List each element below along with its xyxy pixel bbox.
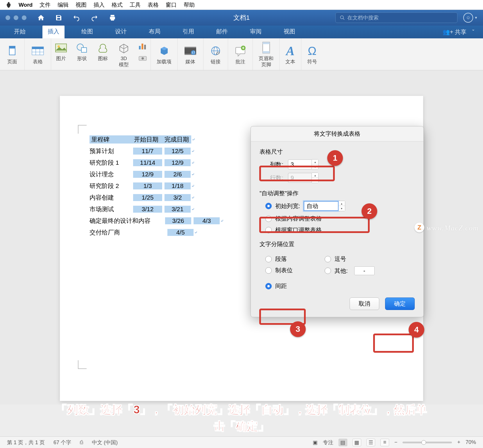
menu-window[interactable]: 窗口 [166,1,177,9]
status-focus-icon[interactable]: ▣ [313,439,318,446]
feedback-dropdown-icon[interactable]: ▼ [474,16,478,20]
menu-insert[interactable]: 插入 [94,1,105,9]
columns-stepper[interactable]: ▴▾ [288,159,319,170]
tab-layout[interactable]: 布局 [144,25,166,38]
cell: 研究阶段 2 [90,182,133,190]
ribbon-pictures[interactable]: 图片 [55,41,67,68]
status-proofing-icon[interactable]: ⎙ [80,439,83,445]
ribbon-page[interactable]: 页面 [0,38,25,70]
view-outline-icon[interactable]: ☰ [366,439,375,446]
apple-logo-icon[interactable] [6,2,12,8]
status-wordcount[interactable]: 67 个字 [53,439,71,446]
ribbon-header-footer[interactable]: 页眉和 页脚 [253,38,280,70]
tab-view[interactable]: 视图 [278,25,300,38]
tab-design[interactable]: 设计 [110,25,132,38]
print-icon[interactable] [109,14,116,21]
columns-input[interactable] [288,160,312,169]
tab-insert[interactable]: 插入 [42,25,65,38]
share-button[interactable]: 👥+ 共享 [443,28,466,36]
radio-paragraph[interactable] [265,256,272,262]
col-header-3: 完成日期 [162,135,191,144]
ribbon-symbol[interactable]: Ω 符号 [301,38,323,70]
redo-icon[interactable] [91,14,98,21]
initial-width-combo[interactable]: ▴▾ [304,201,345,211]
cell: 交付给厂商 [90,228,165,236]
radio-space[interactable] [265,283,272,289]
menu-table[interactable]: 表格 [148,1,159,9]
close-window-icon[interactable] [5,15,10,20]
zoom-value[interactable]: 70% [466,439,476,445]
tab-label: 制表位 [275,266,293,274]
ribbon-table[interactable]: 表格 [25,38,51,70]
cell: 1/25 [133,194,162,201]
ribbon-shapes[interactable]: 形状 [76,41,88,68]
ribbon-3dmodels[interactable]: 3D 模型 [117,41,130,68]
ribbon-icons[interactable]: 图标 [96,41,109,68]
para-mark-icon: ⤶ [192,137,195,142]
initial-width-input[interactable] [304,201,339,211]
save-icon[interactable] [55,14,62,21]
radio-comma[interactable] [325,256,331,262]
menu-edit[interactable]: 编辑 [58,1,69,9]
titlebar: 文档1 在文档中搜索 ☺ ▼ [0,10,483,26]
menu-view[interactable]: 视图 [76,1,87,9]
status-language[interactable]: 中文 (中国) [92,439,118,446]
search-input[interactable]: 在文档中搜索 [335,12,457,23]
search-icon [340,15,345,20]
zoom-in-icon[interactable]: + [457,439,460,445]
tab-mailings[interactable]: 邮件 [211,25,233,38]
separator-title: 文字分隔位置 [260,240,415,248]
tab-references[interactable]: 引用 [177,25,199,38]
other-input[interactable] [354,266,375,275]
view-web-layout-icon[interactable]: ▦ [353,439,361,446]
ribbon-links[interactable]: 链接 [203,38,228,70]
maximize-window-icon[interactable] [22,15,27,20]
minimize-window-icon[interactable] [13,15,19,20]
radio-tab[interactable] [265,267,272,274]
ribbon-addins[interactable]: 加载项 [151,38,178,70]
selected-text-block[interactable]: 里程碑 开始日期 完成日期⤶ 预算计划11/712/5⤶ 研究阶段 111/14… [87,134,226,238]
convert-text-to-table-dialog: 将文字转换成表格 表格尺寸 列数: ▴▾ 行数: ▴▾ "自动调整"操作 初始列… [251,126,424,317]
columns-down-icon[interactable]: ▾ [312,164,318,169]
svg-rect-5 [32,47,44,49]
screenshot-icon[interactable] [138,55,147,61]
width-up-icon[interactable]: ▴ [339,201,345,206]
ribbon: 页面 表格 图片 形状 图标 3D 模型 [0,38,483,70]
collapse-ribbon-icon[interactable]: ˇ [472,29,474,35]
svg-rect-12 [81,48,87,52]
width-down-icon[interactable]: ▾ [339,206,345,211]
tab-home[interactable]: 开始 [9,25,31,38]
status-page[interactable]: 第 1 页，共 1 页 [7,439,45,446]
ok-button[interactable]: 确定 [385,298,415,310]
ribbon-text[interactable]: A 文本 [280,38,301,70]
tab-review[interactable]: 审阅 [245,25,267,38]
columns-up-icon[interactable]: ▴ [312,160,318,164]
cell: 12/5 [164,148,191,155]
svg-rect-9 [56,44,67,52]
undo-icon[interactable] [73,14,80,21]
menu-format[interactable]: 格式 [112,1,123,9]
menu-tools[interactable]: 工具 [130,1,141,9]
zoom-out-icon[interactable]: − [394,439,398,445]
home-icon[interactable] [37,14,45,21]
ribbon-media[interactable]: 媒体 [178,38,203,70]
status-focus[interactable]: 专注 [323,439,333,446]
radio-fit-window[interactable] [265,227,272,233]
view-draft-icon[interactable]: ≡ [380,439,389,446]
radio-other[interactable] [325,268,331,274]
app-name[interactable]: Word [19,2,33,8]
feedback-icon[interactable]: ☺ [463,13,473,23]
ribbon-icons-label: 图标 [96,56,109,62]
zoom-thumb-icon[interactable] [421,440,426,445]
zoom-slider[interactable] [403,442,452,443]
menu-file[interactable]: 文件 [40,1,51,9]
view-print-layout-icon[interactable]: ▤ [339,439,347,446]
cancel-button[interactable]: 取消 [350,298,379,310]
menu-help[interactable]: 帮助 [184,1,195,9]
ribbon-comment[interactable]: 批注 [228,38,253,70]
radio-fit-content[interactable] [265,216,272,222]
tab-draw[interactable]: 绘图 [76,25,98,38]
radio-initial-width[interactable] [265,203,272,209]
ribbon-chart[interactable] [138,42,147,62]
cell: 3/12 [133,206,162,213]
